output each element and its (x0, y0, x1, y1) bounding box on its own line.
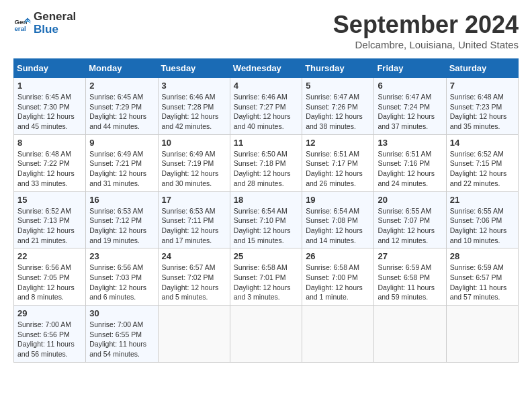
day-number: 11 (234, 138, 298, 148)
day-number: 15 (17, 195, 82, 205)
calendar-cell (230, 306, 302, 363)
logo-general: General (34, 10, 76, 23)
location-title: Delcambre, Louisiana, United States (333, 39, 519, 50)
day-info: Sunrise: 6:47 AMSunset: 7:24 PMDaylight:… (378, 93, 435, 130)
day-number: 7 (450, 81, 515, 91)
day-info: Sunrise: 6:55 AMSunset: 7:07 PMDaylight:… (378, 207, 435, 244)
calendar-cell: 9 Sunrise: 6:49 AMSunset: 7:21 PMDayligh… (86, 134, 158, 191)
day-number: 13 (378, 138, 442, 148)
calendar-cell: 29 Sunrise: 7:00 AMSunset: 6:56 PMDaylig… (14, 306, 86, 363)
day-number: 23 (89, 251, 154, 261)
weekday-header-sunday: Sunday (14, 59, 86, 78)
logo: Gen eral General Blue (13, 11, 76, 36)
calendar-cell: 27 Sunrise: 6:59 AMSunset: 6:58 PMDaylig… (374, 248, 446, 306)
calendar-week-5: 29 Sunrise: 7:00 AMSunset: 6:56 PMDaylig… (14, 306, 519, 363)
day-info: Sunrise: 6:48 AMSunset: 7:23 PMDaylight:… (450, 93, 507, 130)
calendar-cell: 19 Sunrise: 6:54 AMSunset: 7:08 PMDaylig… (302, 191, 374, 248)
calendar-cell (446, 306, 518, 363)
calendar-cell (158, 306, 230, 363)
day-info: Sunrise: 7:00 AMSunset: 6:55 PMDaylight:… (89, 320, 146, 358)
logo-blue: Blue (34, 24, 76, 36)
calendar-week-2: 8 Sunrise: 6:48 AMSunset: 7:22 PMDayligh… (14, 134, 519, 191)
day-number: 14 (450, 138, 515, 148)
calendar-cell: 3 Sunrise: 6:46 AMSunset: 7:28 PMDayligh… (158, 78, 230, 135)
calendar-cell: 12 Sunrise: 6:51 AMSunset: 7:17 PMDaylig… (302, 134, 374, 191)
calendar-cell: 16 Sunrise: 6:53 AMSunset: 7:12 PMDaylig… (86, 191, 158, 248)
day-number: 26 (306, 251, 370, 261)
day-info: Sunrise: 6:45 AMSunset: 7:29 PMDaylight:… (89, 93, 146, 130)
calendar-cell: 23 Sunrise: 6:56 AMSunset: 7:03 PMDaylig… (86, 248, 158, 306)
calendar-cell: 2 Sunrise: 6:45 AMSunset: 7:29 PMDayligh… (86, 78, 158, 135)
day-info: Sunrise: 6:54 AMSunset: 7:10 PMDaylight:… (234, 207, 291, 244)
day-info: Sunrise: 6:58 AMSunset: 7:00 PMDaylight:… (306, 263, 363, 301)
day-number: 19 (306, 195, 370, 205)
day-number: 20 (378, 195, 442, 205)
day-info: Sunrise: 6:52 AMSunset: 7:15 PMDaylight:… (450, 150, 507, 187)
day-number: 30 (89, 308, 154, 318)
calendar-cell: 21 Sunrise: 6:55 AMSunset: 7:06 PMDaylig… (446, 191, 518, 248)
day-number: 25 (234, 251, 298, 261)
calendar-cell: 11 Sunrise: 6:50 AMSunset: 7:18 PMDaylig… (230, 134, 302, 191)
calendar-cell: 13 Sunrise: 6:51 AMSunset: 7:16 PMDaylig… (374, 134, 446, 191)
day-number: 21 (450, 195, 515, 205)
day-number: 6 (378, 81, 442, 91)
day-info: Sunrise: 7:00 AMSunset: 6:56 PMDaylight:… (17, 320, 75, 358)
calendar-cell (302, 306, 374, 363)
day-number: 3 (162, 81, 226, 91)
calendar-cell: 22 Sunrise: 6:56 AMSunset: 7:05 PMDaylig… (14, 248, 86, 306)
day-number: 29 (17, 308, 82, 318)
calendar-cell: 28 Sunrise: 6:59 AMSunset: 6:57 PMDaylig… (446, 248, 518, 306)
calendar-cell: 6 Sunrise: 6:47 AMSunset: 7:24 PMDayligh… (374, 78, 446, 135)
day-info: Sunrise: 6:48 AMSunset: 7:22 PMDaylight:… (17, 150, 75, 187)
day-number: 5 (306, 81, 370, 91)
day-number: 18 (234, 195, 298, 205)
day-info: Sunrise: 6:58 AMSunset: 7:01 PMDaylight:… (234, 263, 291, 301)
weekday-header-row: SundayMondayTuesdayWednesdayThursdayFrid… (14, 59, 519, 78)
calendar-cell: 8 Sunrise: 6:48 AMSunset: 7:22 PMDayligh… (14, 134, 86, 191)
day-number: 17 (162, 195, 226, 205)
day-number: 9 (89, 138, 154, 148)
day-info: Sunrise: 6:46 AMSunset: 7:28 PMDaylight:… (162, 93, 219, 130)
calendar-table: SundayMondayTuesdayWednesdayThursdayFrid… (13, 58, 519, 363)
weekday-header-friday: Friday (374, 59, 446, 78)
day-number: 1 (17, 81, 82, 91)
calendar-body: 1 Sunrise: 6:45 AMSunset: 7:30 PMDayligh… (14, 78, 519, 363)
header: Gen eral General Blue September 2024 Del… (13, 11, 519, 50)
calendar-cell (374, 306, 446, 363)
weekday-header-saturday: Saturday (446, 59, 518, 78)
day-info: Sunrise: 6:56 AMSunset: 7:03 PMDaylight:… (89, 263, 146, 301)
weekday-header-thursday: Thursday (302, 59, 374, 78)
day-number: 4 (234, 81, 298, 91)
calendar-cell: 15 Sunrise: 6:52 AMSunset: 7:13 PMDaylig… (14, 191, 86, 248)
calendar-cell: 1 Sunrise: 6:45 AMSunset: 7:30 PMDayligh… (14, 78, 86, 135)
day-info: Sunrise: 6:51 AMSunset: 7:17 PMDaylight:… (306, 150, 363, 187)
day-info: Sunrise: 6:56 AMSunset: 7:05 PMDaylight:… (17, 263, 75, 301)
calendar-cell: 17 Sunrise: 6:53 AMSunset: 7:11 PMDaylig… (158, 191, 230, 248)
calendar-cell: 5 Sunrise: 6:47 AMSunset: 7:26 PMDayligh… (302, 78, 374, 135)
day-info: Sunrise: 6:50 AMSunset: 7:18 PMDaylight:… (234, 150, 291, 187)
day-number: 12 (306, 138, 370, 148)
day-info: Sunrise: 6:51 AMSunset: 7:16 PMDaylight:… (378, 150, 435, 187)
day-number: 28 (450, 251, 515, 261)
day-info: Sunrise: 6:53 AMSunset: 7:12 PMDaylight:… (89, 207, 146, 244)
day-number: 8 (17, 138, 82, 148)
day-number: 2 (89, 81, 154, 91)
day-number: 22 (17, 251, 82, 261)
calendar-week-4: 22 Sunrise: 6:56 AMSunset: 7:05 PMDaylig… (14, 248, 519, 306)
day-info: Sunrise: 6:46 AMSunset: 7:27 PMDaylight:… (234, 93, 291, 130)
calendar-cell: 14 Sunrise: 6:52 AMSunset: 7:15 PMDaylig… (446, 134, 518, 191)
calendar-cell: 30 Sunrise: 7:00 AMSunset: 6:55 PMDaylig… (86, 306, 158, 363)
calendar-cell: 10 Sunrise: 6:49 AMSunset: 7:19 PMDaylig… (158, 134, 230, 191)
day-info: Sunrise: 6:52 AMSunset: 7:13 PMDaylight:… (17, 207, 75, 244)
calendar-cell: 24 Sunrise: 6:57 AMSunset: 7:02 PMDaylig… (158, 248, 230, 306)
calendar-cell: 4 Sunrise: 6:46 AMSunset: 7:27 PMDayligh… (230, 78, 302, 135)
svg-text:eral: eral (14, 24, 26, 32)
day-info: Sunrise: 6:53 AMSunset: 7:11 PMDaylight:… (162, 207, 219, 244)
day-info: Sunrise: 6:45 AMSunset: 7:30 PMDaylight:… (17, 93, 75, 130)
calendar-cell: 20 Sunrise: 6:55 AMSunset: 7:07 PMDaylig… (374, 191, 446, 248)
day-info: Sunrise: 6:57 AMSunset: 7:02 PMDaylight:… (162, 263, 219, 301)
day-info: Sunrise: 6:54 AMSunset: 7:08 PMDaylight:… (306, 207, 363, 244)
day-number: 16 (89, 195, 154, 205)
month-title: September 2024 (333, 11, 519, 39)
logo-icon: Gen eral (13, 14, 32, 33)
